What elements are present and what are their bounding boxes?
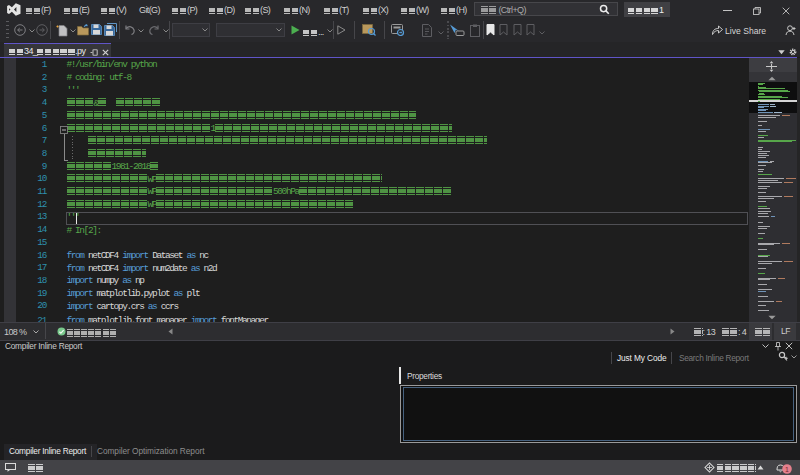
svg-text:1: 1 <box>785 465 789 472</box>
